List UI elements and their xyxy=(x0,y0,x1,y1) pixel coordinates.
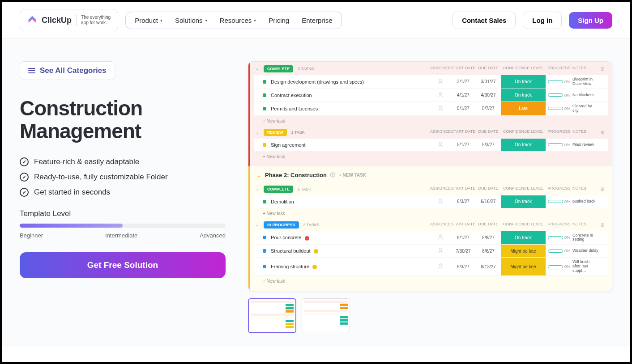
task-row[interactable]: Structural buildout 7/30/278/6/27Might b… xyxy=(254,245,608,258)
nav-product[interactable]: Product▾ xyxy=(135,17,162,24)
assignee-icon[interactable] xyxy=(430,91,451,99)
new-task-button[interactable]: + New task xyxy=(254,116,608,126)
due-date[interactable]: 3/31/27 xyxy=(476,79,501,84)
start-date[interactable]: 7/30/27 xyxy=(451,249,476,254)
notes-cell[interactable]: Concrete is setting xyxy=(572,233,598,242)
start-date[interactable]: 8/1/27 xyxy=(451,235,476,240)
notes-cell[interactable]: Cleared by city xyxy=(572,104,598,113)
group-header[interactable]: ⌄REVIEW1 TASKASSIGNEESTART DATEDUE DATEC… xyxy=(254,126,608,139)
assignee-icon[interactable] xyxy=(430,233,451,241)
chevron-down-icon: ⌄ xyxy=(256,223,259,227)
confidence-badge[interactable]: On track xyxy=(501,75,546,89)
nav-enterprise[interactable]: Enterprise xyxy=(302,17,332,24)
progress-cell[interactable]: 0% xyxy=(546,249,572,253)
notes-cell[interactable]: Will finish after last suppl… xyxy=(572,260,598,273)
assignee-icon[interactable] xyxy=(430,78,451,86)
nav-resources[interactable]: Resources▾ xyxy=(220,17,256,24)
progress-cell[interactable]: 0% xyxy=(546,199,572,204)
group-header[interactable]: ⌄IN PROGRESS3 TASKSASSIGNEESTART DATEDUE… xyxy=(254,219,608,231)
task-name: Framing structure xyxy=(271,264,430,269)
col-due: DUE DATE xyxy=(476,186,501,192)
nav-pricing[interactable]: Pricing xyxy=(269,17,289,24)
progress-cell[interactable]: 0% xyxy=(546,106,572,111)
new-task-button[interactable]: + New task xyxy=(254,208,608,219)
add-column-icon[interactable]: ⊕ xyxy=(598,186,606,192)
progress-cell[interactable]: 0% xyxy=(546,235,572,240)
template-preview: ⌄COMPLETE3 TASKSASSIGNEESTART DATEDUE DA… xyxy=(248,61,612,291)
chevron-down-icon: ⌄ xyxy=(256,67,259,71)
start-date[interactable]: 6/3/27 xyxy=(451,199,476,204)
task-row[interactable]: Permits and Licenses 5/1/275/7/27Late0%C… xyxy=(254,102,608,116)
assignee-icon[interactable] xyxy=(430,247,451,255)
new-task-button[interactable]: + NEW TASK xyxy=(339,173,366,178)
signup-button[interactable]: Sign Up xyxy=(569,12,612,29)
confidence-badge[interactable]: On track xyxy=(501,195,546,208)
col-notes: NOTES xyxy=(572,66,598,72)
contact-sales-button[interactable]: Contact Sales xyxy=(453,12,516,29)
due-date[interactable]: 8/6/27 xyxy=(476,249,501,254)
phase-title[interactable]: ⌄ Phase 2: Construction ⓘ + NEW TASK xyxy=(254,167,608,183)
notes-cell[interactable]: No blockers xyxy=(572,93,598,97)
group-header[interactable]: ⌄COMPLETE3 TASKSASSIGNEESTART DATEDUE DA… xyxy=(254,63,608,75)
svg-point-4 xyxy=(439,199,441,201)
add-column-icon[interactable]: ⊕ xyxy=(598,66,606,72)
svg-point-3 xyxy=(439,142,441,144)
task-row[interactable]: Framing structure 8/3/278/13/27Might be … xyxy=(254,258,608,276)
task-count: 3 TASKS xyxy=(303,223,320,227)
due-date[interactable]: 5/3/27 xyxy=(476,142,501,147)
task-count: 1 TASK xyxy=(298,187,311,191)
start-date[interactable]: 3/1/27 xyxy=(451,79,476,84)
nav-solutions[interactable]: Solutions▾ xyxy=(175,17,207,24)
thumbnail-1[interactable] xyxy=(248,298,296,333)
confidence-badge[interactable]: On track xyxy=(501,139,546,151)
task-row[interactable]: Contract execution 4/1/274/30/27On track… xyxy=(254,89,608,102)
task-row[interactable]: Pour concrete 8/1/278/8/27On track0%Conc… xyxy=(254,231,608,245)
priority-flag-icon xyxy=(314,249,318,254)
due-date[interactable]: 4/30/27 xyxy=(476,93,501,97)
progress-cell[interactable]: 0% xyxy=(546,80,572,84)
due-date[interactable]: 5/7/27 xyxy=(476,106,501,111)
svg-point-1 xyxy=(439,92,441,94)
progress-cell[interactable]: 0% xyxy=(546,143,572,147)
get-free-solution-button[interactable]: Get Free Solution xyxy=(20,252,226,278)
task-row[interactable]: Design development (drawings and specs) … xyxy=(254,75,608,89)
login-button[interactable]: Log in xyxy=(523,12,562,29)
see-all-categories-button[interactable]: See All Categories xyxy=(20,61,115,80)
hamburger-icon xyxy=(28,67,35,75)
start-date[interactable]: 5/1/27 xyxy=(451,106,476,111)
task-row[interactable]: Demolition 6/3/276/16/27On track0%pushed… xyxy=(254,195,608,208)
confidence-badge[interactable]: On track xyxy=(501,231,546,245)
notes-cell[interactable]: Blueprint in Docs View xyxy=(572,77,598,86)
assignee-icon[interactable] xyxy=(430,141,451,149)
notes-cell[interactable]: Final review xyxy=(572,143,598,147)
assignee-icon[interactable] xyxy=(430,262,451,271)
new-task-button[interactable]: + New task xyxy=(254,276,608,286)
due-date[interactable]: 6/16/27 xyxy=(476,199,501,204)
start-date[interactable]: 8/3/27 xyxy=(451,264,476,269)
start-date[interactable]: 4/1/27 xyxy=(451,93,476,97)
logo[interactable]: ClickUp The everything app for work. xyxy=(20,9,118,31)
confidence-badge[interactable]: Might be late xyxy=(501,245,546,257)
progress-cell[interactable]: 0% xyxy=(546,264,572,269)
notes-cell[interactable]: Weather delay xyxy=(572,249,598,253)
confidence-badge[interactable]: On track xyxy=(501,89,546,102)
progress-cell[interactable]: 0% xyxy=(546,93,572,97)
thumbnail-2[interactable] xyxy=(302,298,350,333)
group-header[interactable]: ⌄COMPLETE1 TASKASSIGNEESTART DATEDUE DAT… xyxy=(254,183,608,195)
due-date[interactable]: 8/8/27 xyxy=(476,235,501,240)
confidence-badge[interactable]: Might be late xyxy=(501,258,546,275)
logo-tagline: The everything app for work. xyxy=(81,15,111,25)
notes-cell[interactable]: pushed back xyxy=(572,199,598,204)
start-date[interactable]: 5/1/27 xyxy=(451,142,476,147)
new-task-button[interactable]: + New task xyxy=(254,152,608,162)
logo-icon xyxy=(27,15,37,25)
confidence-badge[interactable]: Late xyxy=(501,102,546,115)
assignee-icon[interactable] xyxy=(430,105,451,113)
add-column-icon[interactable]: ⊕ xyxy=(598,222,606,228)
status-dot xyxy=(263,200,266,203)
assignee-icon[interactable] xyxy=(430,198,451,206)
add-column-icon[interactable]: ⊕ xyxy=(598,129,606,135)
status-dot xyxy=(263,80,266,84)
due-date[interactable]: 8/13/27 xyxy=(476,264,501,269)
task-row[interactable]: Sign agreement 5/1/275/3/27On track0%Fin… xyxy=(254,139,608,152)
